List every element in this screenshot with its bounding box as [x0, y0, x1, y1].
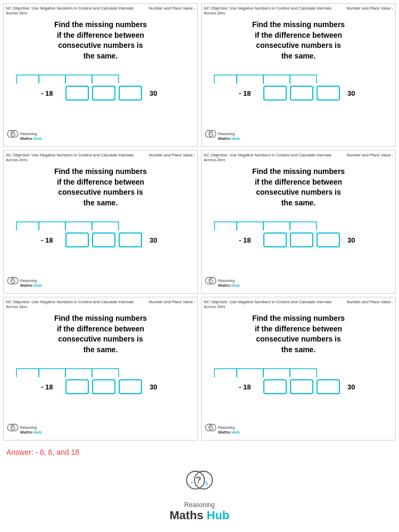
card-header: NC Objective: Use Negative Numbers in Co… [204, 153, 393, 162]
bottom-logo-icon: ? + $ [185, 469, 214, 499]
answer-box [317, 86, 340, 101]
bottom-hub-label: Hub [206, 509, 229, 522]
logo-icon: ? + $ [205, 130, 217, 142]
logo-icon: ? + $ [7, 277, 19, 288]
svg-text:?: ? [209, 279, 211, 283]
card-body: Find the missing numbersif the differenc… [204, 162, 393, 250]
logo-maths: Maths [20, 136, 32, 141]
svg-text:?: ? [196, 475, 201, 485]
question-text: Find the missing numbersif the differenc… [54, 20, 147, 61]
logo-icon: ? + $ [205, 277, 217, 288]
nc-objective-text: NC Objective: Use Negative Numbers in Co… [6, 153, 147, 162]
bracket-lines [206, 219, 323, 232]
logo-text: ReasoningMaths Hub [218, 132, 240, 142]
logo-reasoning: Reasoning [218, 132, 235, 136]
svg-text:$: $ [205, 481, 208, 486]
number-line-wrapper: - 1830 [206, 232, 391, 247]
end-number: 30 [149, 236, 160, 244]
svg-text:+: + [207, 281, 209, 284]
nc-objective-text: NC Objective: Use Negative Numbers in Co… [6, 6, 147, 15]
card-body: Find the missing numbersif the differenc… [204, 309, 393, 396]
topic-label: Number and Place Value - [347, 300, 393, 304]
bottom-reasoning-label: Reasoning [170, 501, 229, 509]
svg-text:$: $ [213, 281, 214, 284]
logo-text: ReasoningMaths Hub [218, 426, 240, 435]
card-header: NC Objective: Use Negative Numbers in Co… [6, 153, 195, 162]
cards-grid: NC Objective: Use Negative Numbers in Co… [0, 0, 399, 444]
svg-text:$: $ [15, 134, 16, 137]
svg-text:$: $ [213, 428, 214, 430]
number-line-row: - 1830 [239, 86, 358, 101]
logo-svg-wrapper: ? + $ [7, 423, 19, 437]
logo-maths: Maths [20, 430, 32, 435]
topic-label: Number and Place Value - [149, 6, 195, 11]
card-body: Find the missing numbersif the differenc… [204, 15, 393, 103]
answer-box [290, 232, 313, 247]
start-number: - 18 [239, 383, 256, 391]
logo-reasoning: Reasoning [20, 279, 37, 282]
card-footer-logo: ? + $ ReasoningMaths Hub [205, 130, 240, 143]
svg-text:$: $ [213, 134, 214, 137]
card-header: NC Objective: Use Negative Numbers in Co… [6, 6, 195, 15]
card-header: NC Objective: Use Negative Numbers in Co… [6, 300, 195, 309]
logo-svg-wrapper: ? + $ [205, 130, 217, 143]
bracket-svg [8, 219, 193, 232]
start-number: - 18 [239, 236, 256, 244]
nc-objective-text: NC Objective: Use Negative Numbers in Co… [204, 6, 345, 15]
logo-svg-wrapper: ? + $ [205, 423, 217, 437]
logo-reasoning: Reasoning [218, 279, 235, 282]
nc-objective-text: NC Objective: Use Negative Numbers in Co… [6, 300, 147, 309]
number-line-wrapper: - 1830 [206, 379, 391, 394]
card-footer-logo: ? + $ ReasoningMaths Hub [205, 277, 240, 290]
answer-box [119, 379, 142, 394]
answer-box [92, 86, 115, 101]
answer-box [65, 86, 89, 101]
number-line-row: - 1830 [41, 379, 160, 394]
answer-box [290, 86, 313, 101]
end-number: 30 [347, 383, 358, 391]
logo-maths: Maths [218, 283, 230, 288]
answer-box [92, 379, 115, 394]
svg-text:$: $ [15, 428, 16, 430]
worksheet-card: NC Objective: Use Negative Numbers in Co… [201, 150, 396, 294]
logo-svg-wrapper: ? + $ [7, 277, 19, 290]
svg-text:$: $ [15, 281, 16, 284]
answer-text: Answer: - 6, 6, and 18 [6, 448, 79, 456]
number-line-row: - 1830 [239, 232, 358, 247]
answer-box [119, 86, 142, 101]
svg-text:?: ? [209, 132, 211, 136]
number-line-row: - 1830 [41, 86, 160, 101]
nc-objective-text: NC Objective: Use Negative Numbers in Co… [204, 300, 345, 309]
logo-reasoning: Reasoning [20, 426, 37, 429]
answer-box [290, 379, 313, 394]
end-number: 30 [149, 89, 160, 97]
logo-text: ReasoningMaths Hub [218, 279, 240, 288]
answer-box [119, 232, 142, 247]
end-number: 30 [347, 89, 358, 97]
answer-box [263, 232, 287, 247]
card-footer-logo: ? + $ ReasoningMaths Hub [7, 130, 42, 143]
answer-box [317, 232, 340, 247]
topic-label: Number and Place Value - [347, 6, 393, 11]
logo-icon: ? + $ [7, 130, 19, 142]
card-header: NC Objective: Use Negative Numbers in Co… [204, 6, 393, 15]
svg-text:?: ? [11, 279, 13, 283]
bottom-maths-hub-label: Maths Hub [170, 509, 229, 522]
worksheet-card: NC Objective: Use Negative Numbers in Co… [3, 3, 198, 147]
answer-box [92, 232, 115, 247]
logo-hub: Hub [34, 136, 42, 141]
start-number: - 18 [41, 383, 58, 391]
card-footer-logo: ? + $ ReasoningMaths Hub [205, 423, 240, 437]
logo-hub: Hub [34, 430, 42, 435]
card-header: NC Objective: Use Negative Numbers in Co… [204, 300, 393, 309]
logo-maths: Maths [218, 136, 230, 141]
worksheet-card: NC Objective: Use Negative Numbers in Co… [201, 297, 396, 440]
worksheet-card: NC Objective: Use Negative Numbers in Co… [201, 3, 396, 147]
question-text: Find the missing numbersif the differenc… [54, 313, 147, 355]
start-number: - 18 [239, 89, 256, 97]
answer-section: Answer: - 6, 6, and 18 [0, 444, 399, 461]
logo-maths: Maths [20, 283, 32, 288]
card-footer-logo: ? + $ ReasoningMaths Hub [7, 423, 42, 437]
card-footer-logo: ? + $ ReasoningMaths Hub [7, 277, 42, 290]
end-number: 30 [347, 236, 358, 244]
